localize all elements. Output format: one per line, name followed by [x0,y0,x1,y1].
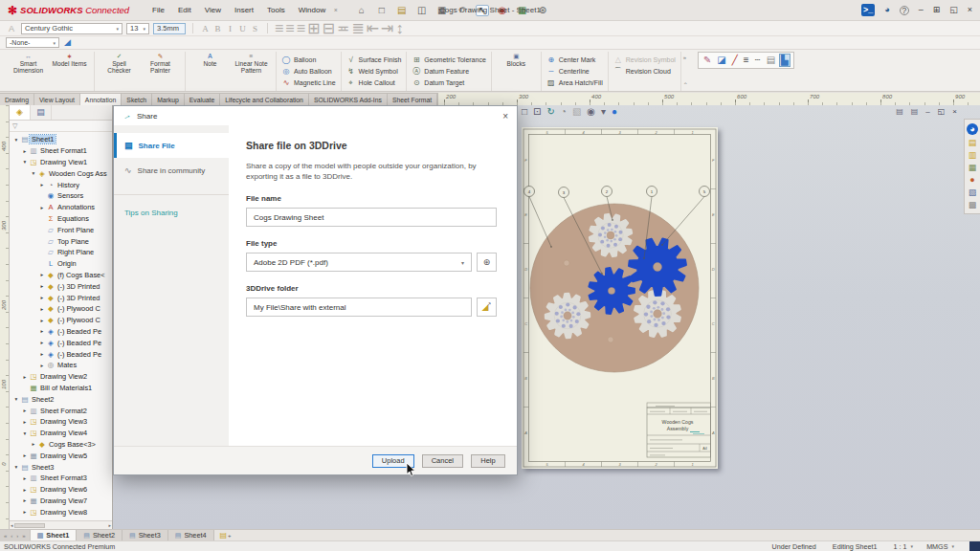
expand-arrow-icon[interactable]: ▸ [38,306,46,312]
tree-item-drawing-view6[interactable]: ▸◳Drawing View6 [10,484,112,496]
selection-filter-icon[interactable]: ◉ [496,6,509,15]
open-icon[interactable]: ▤ [395,6,409,15]
font-size-select[interactable]: 13▾ [126,23,149,34]
tree-item-history[interactable]: ▸◔History [10,179,112,190]
tree-item-front-plane[interactable]: ▱Front Plane [10,224,112,235]
design-library-icon[interactable]: ▤ [969,139,977,147]
first-sheet-icon[interactable]: « [4,533,7,539]
tree-item-sheet3[interactable]: ▾▤Sheet3 [10,461,112,473]
expand-arrow-icon[interactable]: ▸ [38,182,46,187]
tab-annotation[interactable]: Annotation [79,93,122,105]
overflow-chevron-icon[interactable]: » [683,55,688,60]
tree-item-drawing-view2[interactable]: ▸◳Drawing View2 [10,371,112,383]
tab-feature-tree[interactable]: ◈ [10,105,31,120]
scroll-left-icon[interactable]: ◂ [11,522,13,528]
doc-close-icon[interactable]: × [952,108,957,116]
line-spacing-icon[interactable]: ↕ [395,21,403,36]
tab-solidworks-add-ins[interactable]: SOLIDWORKS Add-Ins [308,93,388,105]
pin-icon[interactable]: + [331,6,340,14]
menu-file[interactable]: File [146,4,170,16]
hide-edges-icon[interactable]: ▤ [766,55,776,66]
ribbon-button-centerline[interactable]: ┄Centerline [546,66,603,77]
close-icon[interactable]: × [968,6,972,14]
menu-tools[interactable]: Tools [261,4,291,16]
align-center-icon[interactable]: ≡ [285,21,294,36]
zoom-area-icon[interactable]: ⊡ [533,107,541,117]
doc-tab2-icon[interactable]: ▤ [911,108,919,116]
view-settings-icon[interactable]: ▾ [601,107,606,117]
ribbon-button-revision-cloud[interactable]: ⌒Revision Cloud [613,66,676,77]
style-a-button[interactable]: A [200,24,211,33]
sidebar-item-share-file[interactable]: ▤Share File [114,133,229,158]
tab-lifecycle-and-collaboration[interactable]: Lifecycle and Collaboration [219,93,309,105]
ribbon-button-balloon[interactable]: ◯Balloon [281,55,336,65]
ribbon-button-blocks[interactable]: ▣Blocks [497,52,536,67]
view-palette-icon[interactable]: ▦ [969,164,977,172]
expand-arrow-icon[interactable]: ▸ [21,487,29,493]
prev-sheet-icon[interactable]: ‹ [11,533,12,539]
tab-evaluate[interactable]: Evaluate [184,93,220,105]
add-sheet-button[interactable]: ▤+ [214,530,237,540]
beaded-gear[interactable] [590,214,632,256]
custom-properties-icon[interactable]: ▧ [969,188,977,197]
tree-item-drawing-view7[interactable]: ▸▦Drawing View7 [10,496,112,507]
3dexperience-icon[interactable]: ◕ [967,123,978,135]
scrollbar-thumb[interactable] [14,523,45,528]
split-cells-icon[interactable]: ⊟ [322,21,334,36]
menu-edit[interactable]: Edit [172,4,197,16]
tree-horizontal-scrollbar[interactable]: ◂ ▸ [10,520,112,529]
sheet-tab-sheet2[interactable]: ▤Sheet2 [77,530,122,540]
expand-arrow-icon[interactable]: ▸ [38,283,46,289]
tree-item-3d-printed[interactable]: ▸◆(-) 3D Printed [10,280,112,292]
expand-arrow-icon[interactable]: ▸ [30,441,37,447]
expand-arrow-icon[interactable]: ▸ [38,363,46,368]
last-sheet-icon[interactable]: » [22,533,25,539]
expand-arrow-icon[interactable]: ▸ [38,351,46,357]
collapse-arrow-icon[interactable]: ▾ [30,170,37,176]
doc-tab1-icon[interactable]: ▤ [896,108,903,116]
layer-select[interactable]: -None-▾ [6,37,59,48]
display-style-icon[interactable]: ▧ [572,107,581,117]
expand-arrow-icon[interactable]: ▸ [38,318,46,323]
tree-item-drawing-view5[interactable]: ▸▦Drawing View5 [10,450,112,461]
sheet-tab-sheet1[interactable]: ▤Sheet1 [31,530,78,540]
menu-view[interactable]: View [199,4,227,16]
expand-arrow-icon[interactable]: ▸ [38,340,46,345]
help-button[interactable]: Help [471,454,505,468]
tree-item-equations[interactable]: ΣEquations [10,213,112,225]
tree-item-sheet-format1[interactable]: ▸▥Sheet Format1 [10,145,112,157]
align-left-icon[interactable]: ≡ [275,21,283,36]
undo-icon[interactable]: ↶ [456,6,469,15]
expand-arrow-icon[interactable]: ▸ [38,328,46,334]
restore-icon[interactable]: ◱ [949,6,958,14]
tree-item-sheet1[interactable]: ▾▤Sheet1 [10,134,112,145]
collapse-arrow-icon[interactable]: ▾ [12,396,20,402]
expand-arrow-icon[interactable]: ▸ [21,148,29,154]
tab-sheet-format[interactable]: Sheet Format [387,93,437,105]
zoom-fit-icon[interactable]: □ [522,107,527,117]
tree-item-f-cogs-base[interactable]: ▸◆(f) Cogs Base< [10,270,112,281]
expand-arrow-icon[interactable]: ▸ [21,497,29,503]
tree-item-sheet2[interactable]: ▾▤Sheet2 [10,393,112,405]
expand-arrow-icon[interactable]: ▸ [21,475,29,481]
ribbon-button-format-painter[interactable]: ✎Format Painter [141,52,180,74]
display-grid-icon[interactable]: ▦ [516,6,529,15]
ribbon-button-hole-callout[interactable]: ⌖Hole Callout [346,77,402,88]
console-icon[interactable]: >_ [861,4,875,16]
bullet-list-icon[interactable]: ≖ [337,21,349,36]
help-icon[interactable]: ? [900,6,909,15]
tree-item-sensors[interactable]: ◉Sensors [10,190,112,202]
ribbon-button-area-hatch-fill[interactable]: ▨Area Hatch/Fill [546,77,603,88]
new-document-icon[interactable]: □ [375,6,389,15]
menu-insert[interactable]: Insert [229,4,259,16]
next-sheet-icon[interactable]: › [16,533,18,539]
style-s-button[interactable]: S [250,24,260,33]
tab-sketch[interactable]: Sketch [121,93,152,105]
file-type-select[interactable]: Adobe 2D PDF (*.pdf)▾ [246,253,472,272]
collapse-arrow-icon[interactable]: ▾ [12,137,20,143]
tree-item-sheet-format3[interactable]: ▸▥Sheet Format3 [10,473,112,484]
tab-view-layout[interactable]: View Layout [33,93,80,105]
ribbon-button-surface-finish[interactable]: √Surface Finish [346,55,402,65]
doc-minimize-icon[interactable]: – [925,108,929,116]
previous-view-icon[interactable]: ↻ [546,107,554,117]
